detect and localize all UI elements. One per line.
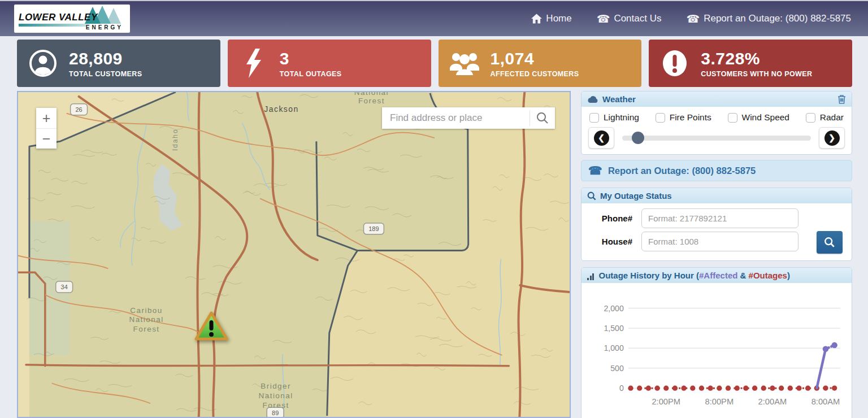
weather-time-slider: ❮ ❯ — [588, 127, 845, 149]
cloud-icon — [587, 95, 598, 103]
phone-input[interactable] — [641, 208, 798, 228]
map-label-bridger-forest: Bridger National Forest — [258, 382, 293, 410]
phone-label: Phone# — [589, 214, 641, 223]
weather-header: Weather — [581, 92, 852, 107]
svg-text:2:00PM: 2:00PM — [652, 397, 680, 406]
nav-report-outage[interactable]: ☎ Report an Outage: (800) 882-5875 — [686, 13, 851, 24]
checkbox-fire-points[interactable]: Fire Points — [656, 112, 711, 123]
nav-contact[interactable]: ☎ Contact Us — [597, 13, 662, 24]
svg-text:Caribou: Caribou — [130, 306, 163, 315]
svg-text:Forest: Forest — [133, 325, 160, 333]
route-shield-189: 189 — [368, 225, 379, 232]
outage-history-chart: 05001,0001,5002,0002:00PM8:00PM2:00AM8:0… — [585, 289, 848, 418]
nav-report-label: Report an Outage: (800) 882-5875 — [704, 13, 851, 24]
slider-prev-button[interactable]: ❮ — [588, 127, 614, 149]
top-navbar: LOWER VALLEY ENERGY Home ☎ Contact Us ☎ … — [0, 0, 868, 36]
phone-icon: ☎ — [588, 164, 602, 177]
route-shield-34: 34 — [61, 284, 68, 290]
slider-track[interactable] — [622, 136, 811, 141]
chevron-left-icon: ❮ — [594, 130, 609, 146]
slider-next-button[interactable]: ❯ — [819, 127, 845, 149]
map-label-caribou-forest: Caribou National Forest — [129, 306, 163, 334]
outage-history-panel: Outage History by Hour (#Affected & #Out… — [581, 267, 852, 418]
map-label-jackson: Jackson — [264, 104, 299, 114]
search-icon — [587, 191, 596, 201]
stat-card-affected-customers: 1,074 AFFECTED CUSTOMERS — [439, 40, 642, 87]
svg-text:8:00AM: 8:00AM — [811, 397, 840, 406]
chart-header: Outage History by Hour (#Affected & #Out… — [581, 268, 852, 283]
chart-body: 05001,0001,5002,0002:00PM8:00PM2:00AM8:0… — [581, 283, 852, 418]
stat-value: 28,809 — [69, 49, 142, 68]
sidebar: Weather Lightning Fire Points — [581, 91, 852, 418]
weather-title: Weather — [602, 94, 636, 104]
trash-icon[interactable] — [837, 94, 846, 104]
home-icon — [531, 14, 542, 24]
checkbox[interactable] — [589, 113, 599, 123]
nav-home-label: Home — [546, 13, 571, 24]
route-shield-89: 89 — [272, 410, 279, 416]
outage-status-header: My Outage Status — [581, 188, 852, 203]
checkbox[interactable] — [728, 113, 737, 123]
house-input[interactable] — [641, 232, 798, 251]
map-search-input[interactable] — [382, 107, 530, 129]
phone-icon: ☎ — [686, 14, 700, 24]
status-search-button[interactable] — [817, 231, 843, 254]
checkbox[interactable] — [656, 113, 665, 123]
chevron-right-icon: ❯ — [824, 130, 840, 146]
map-canvas: 26 34 189 89 Jackson Idaho Caribou Natio… — [18, 92, 570, 417]
stat-card-total-outages: 3 TOTAL OUTAGES — [228, 40, 431, 87]
outage-warning-marker[interactable] — [193, 310, 229, 343]
checkbox[interactable] — [806, 113, 815, 123]
svg-text:Forest: Forest — [263, 401, 289, 410]
company-logo[interactable]: LOWER VALLEY ENERGY — [14, 5, 130, 33]
outage-map[interactable]: 26 34 189 89 Jackson Idaho Caribou Natio… — [17, 91, 571, 418]
stat-value: 3.728% — [701, 49, 812, 68]
slider-thumb[interactable] — [632, 132, 644, 144]
stat-label: AFFECTED CUSTOMERS — [491, 70, 579, 78]
search-icon — [536, 112, 549, 124]
svg-text:2:00AM: 2:00AM — [758, 397, 787, 406]
weather-body: Lightning Fire Points Wind Speed Radar — [581, 107, 852, 154]
zoom-in-button[interactable]: + — [36, 108, 57, 128]
map-label-idaho: Idaho — [171, 128, 179, 151]
svg-text:National: National — [354, 92, 389, 97]
weather-panel: Weather Lightning Fire Points — [581, 91, 852, 155]
my-outage-status-panel: My Outage Status Phone# House# — [581, 188, 852, 261]
weather-layer-options: Lightning Fire Points Wind Speed Radar — [588, 111, 845, 127]
stat-label: CUSTOMERS WITH NO POWER — [701, 70, 812, 78]
stat-value: 1,074 — [491, 49, 579, 68]
svg-text:500: 500 — [610, 364, 624, 373]
map-search — [382, 107, 555, 129]
stat-value: 3 — [280, 49, 342, 68]
stats-row: 28,809 TOTAL CUSTOMERS 3 TOTAL OUTAGES 1… — [17, 40, 852, 87]
svg-text:Bridger: Bridger — [261, 382, 291, 390]
stat-card-no-power: 3.728% CUSTOMERS WITH NO POWER — [649, 40, 852, 87]
zoom-out-button[interactable]: − — [36, 128, 57, 149]
affected-group-icon — [439, 50, 491, 76]
route-shield-26: 26 — [75, 106, 82, 113]
outage-status-title: My Outage Status — [600, 191, 672, 201]
chart-title: Outage History by Hour (#Affected & #Out… — [599, 271, 790, 280]
stat-label: TOTAL CUSTOMERS — [69, 70, 142, 78]
svg-text:1,500: 1,500 — [604, 324, 624, 333]
phone-icon: ☎ — [597, 14, 610, 24]
svg-text:0: 0 — [619, 384, 624, 393]
svg-text:National: National — [258, 391, 293, 400]
map-label-top-forest: National Forest — [354, 92, 389, 105]
map-search-button[interactable] — [530, 107, 555, 129]
main-nav: Home ☎ Contact Us ☎ Report an Outage: (8… — [531, 13, 851, 24]
checkbox-radar[interactable]: Radar — [806, 112, 844, 123]
nav-home[interactable]: Home — [531, 13, 571, 24]
report-outage-banner[interactable]: ☎ Report an Outage: (800) 882-5875 — [581, 160, 852, 181]
svg-text:Forest: Forest — [358, 97, 385, 105]
customers-icon — [17, 49, 69, 77]
logo-name: LOWER VALLEY — [19, 12, 98, 23]
checkbox-wind-speed[interactable]: Wind Speed — [728, 112, 789, 123]
svg-text:8:00PM: 8:00PM — [705, 397, 734, 406]
lightning-icon — [228, 49, 280, 78]
map-zoom-controls: + − — [36, 108, 57, 149]
alert-icon — [649, 49, 701, 77]
checkbox-lightning[interactable]: Lightning — [589, 112, 639, 123]
search-icon — [824, 237, 835, 248]
nav-contact-label: Contact Us — [614, 13, 661, 24]
